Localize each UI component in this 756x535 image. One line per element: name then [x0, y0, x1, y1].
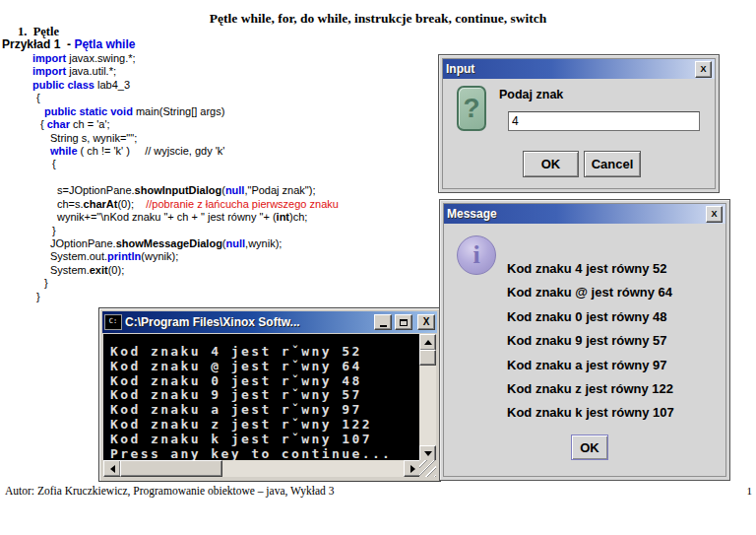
message-lines: Kod znaku 4 jest równy 52Kod znaku @ jes…	[507, 257, 674, 426]
input-dialog: Input X ? Podaj znak OK Cancel	[438, 54, 720, 193]
code-line: import javax.swing.*;	[0, 52, 339, 65]
message-ok-button[interactable]: OK	[571, 435, 608, 460]
console-line: Kod znaku 9 jest rˇwny 57	[110, 388, 421, 403]
code-line: System.out.println(wynik);	[0, 250, 339, 263]
code-line: Przykład 1 - Pętla while	[0, 38, 339, 51]
info-icon: i	[457, 235, 496, 275]
scroll-up-button[interactable]	[419, 334, 436, 351]
slide: Pętle while, for, do while, instrukcje b…	[0, 0, 756, 535]
message-line: Kod znaku 4 jest równy 52	[507, 257, 674, 281]
message-line: Kod znaku a jest równy 97	[507, 354, 674, 377]
message-dialog-body: i Kod znaku 4 jest równy 52Kod znaku @ j…	[444, 224, 725, 476]
arrow-right-icon	[410, 465, 415, 473]
console-line: Kod znaku @ jest rˇwny 64	[110, 360, 421, 374]
resize-grip[interactable]	[419, 460, 436, 477]
scroll-left-button[interactable]	[103, 460, 121, 477]
horizontal-scroll-thumb[interactable]	[120, 460, 222, 477]
code-line	[0, 171, 339, 184]
console-line: Kod znaku k jest rˇwny 107	[110, 433, 421, 447]
message-line: Kod znaku 0 jest równy 48	[507, 305, 674, 329]
code-line: while ( ch != 'k' ) // wyjscie, gdy 'k'	[0, 145, 339, 158]
input-dialog-body: ? Podaj znak OK Cancel	[443, 79, 715, 188]
code-line: {	[0, 92, 339, 104]
code-line: wynik+="\nKod znaku "+ ch + " jest równy…	[0, 211, 339, 224]
vertical-scrollbar[interactable]	[419, 334, 436, 462]
message-dialog-titlebar[interactable]: Message X	[444, 204, 725, 224]
arrow-up-icon	[424, 340, 432, 345]
footer-text: Autor: Zofia Kruczkiewicz, Programowanie…	[5, 485, 334, 497]
minimize-button[interactable]	[374, 314, 392, 330]
page-title: Pętle while, for, do while, instrukcje b…	[0, 11, 756, 27]
code-line: {	[0, 158, 339, 170]
message-line: Kod znaku @ jest równy 64	[507, 281, 674, 304]
code-line: s=JOptionPane.showInputDialog(null,"Poda…	[0, 184, 339, 197]
vertical-scroll-thumb[interactable]	[419, 350, 436, 366]
code-line: System.exit(0);	[0, 264, 339, 277]
message-line: Kod znaku 9 jest równy 57	[507, 329, 674, 353]
question-icon: ?	[457, 86, 486, 131]
ok-button[interactable]: OK	[523, 151, 579, 177]
code-line: { char ch = 'a';	[0, 118, 339, 131]
close-button[interactable]: X	[417, 314, 435, 330]
arrow-down-icon	[424, 451, 432, 456]
message-dialog-title: Message	[447, 207, 706, 221]
maximize-button[interactable]	[395, 314, 412, 330]
input-prompt: Podaj znak	[499, 88, 563, 101]
code-line: }	[0, 225, 339, 237]
console-line: Kod znaku z jest rˇwny 122	[110, 418, 421, 433]
code-line: }	[0, 291, 339, 303]
arrow-left-icon	[110, 465, 115, 473]
code-line: ch=s.charAt(0); //pobranie z łańcucha pi…	[0, 198, 339, 211]
code-line: 1. Pętle	[0, 26, 339, 38]
input-close-button[interactable]: X	[695, 61, 712, 78]
message-dialog: Message X i Kod znaku 4 jest równy 52Kod…	[439, 199, 730, 481]
code-block: 1. PętlePrzykład 1 - Pętla whileimport j…	[0, 26, 339, 303]
console-line: Kod znaku a jest rˇwny 97	[110, 403, 421, 418]
message-line: Kod znaku z jest równy 122	[507, 377, 674, 401]
code-line: String s, wynik="";	[0, 132, 339, 145]
console-titlebar[interactable]: C: C:\Program Files\Xinox Softw... X	[102, 311, 437, 333]
page-number: 1	[747, 485, 753, 497]
message-close-button[interactable]: X	[706, 206, 723, 223]
minimize-icon	[380, 325, 387, 327]
code-line: import java.util.*;	[0, 65, 339, 78]
horizontal-scrollbar[interactable]	[103, 460, 421, 477]
input-dialog-title: Input	[446, 62, 695, 76]
code-line: public class lab4_3	[0, 79, 339, 92]
close-icon: X	[423, 317, 430, 327]
code-line: JOptionPane.showMessageDialog(null,wynik…	[0, 237, 339, 250]
code-line: }	[0, 277, 339, 290]
input-field[interactable]	[508, 111, 700, 131]
console-window: C: C:\Program Files\Xinox Softw... X Kod…	[98, 307, 441, 482]
maximize-icon	[400, 319, 408, 326]
console-output: Kod znaku 4 jest rˇwny 52Kod znaku @ jes…	[103, 334, 421, 462]
cancel-button[interactable]: Cancel	[584, 151, 641, 177]
ms-dos-icon: C:	[104, 314, 122, 330]
message-line: Kod znaku k jest równy 107	[507, 401, 674, 425]
input-dialog-titlebar[interactable]: Input X	[443, 59, 715, 79]
console-title: C:\Program Files\Xinox Softw...	[125, 315, 371, 329]
console-line: Kod znaku 0 jest rˇwny 48	[110, 374, 421, 389]
code-line: public static void main(String[] args)	[0, 105, 339, 118]
console-line: Kod znaku 4 jest rˇwny 52	[110, 345, 421, 360]
